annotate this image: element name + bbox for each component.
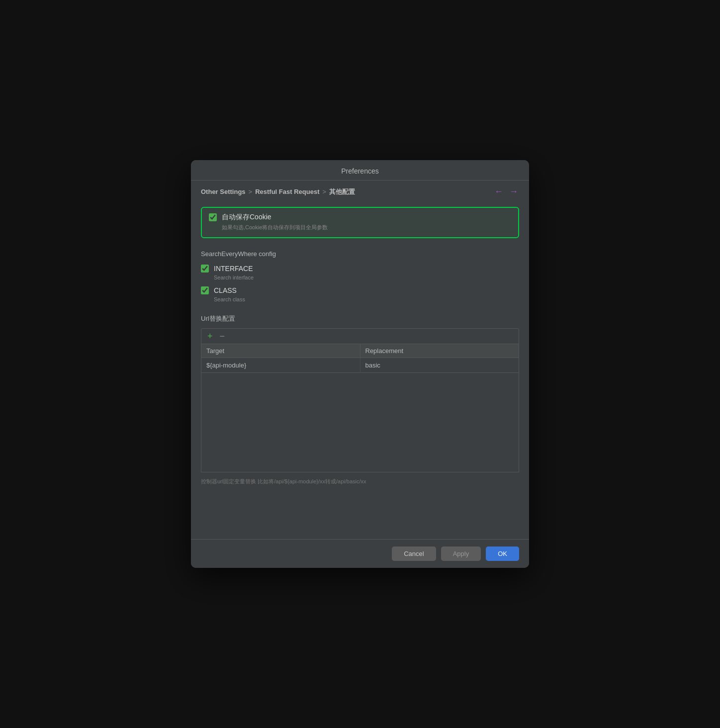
preferences-dialog: Preferences Other Settings > Restful Fas… <box>191 160 529 568</box>
cell-target: ${api-module} <box>201 358 360 373</box>
url-table: Target Replacement ${api-module} basic <box>201 344 519 373</box>
table-row[interactable]: ${api-module} basic <box>201 358 519 373</box>
breadcrumb-item-3: 其他配置 <box>329 187 355 196</box>
cookie-label[interactable]: 自动保存Cookie <box>222 213 271 222</box>
url-description: 控制器url固定变量替换 比如将/api/${api-module}/xx转成/… <box>201 477 519 486</box>
ok-button[interactable]: OK <box>486 546 519 561</box>
cell-replacement: basic <box>360 358 519 373</box>
class-label[interactable]: CLASS <box>214 286 237 294</box>
url-section: Url替换配置 + − Target Replacement ${api- <box>201 314 519 486</box>
cookie-section: 自动保存Cookie 如果勾选,Cookie将自动保存到项目全局参数 <box>201 207 519 238</box>
breadcrumb-item-2: Restful Fast Request <box>255 188 319 195</box>
cookie-checkbox[interactable] <box>209 213 217 221</box>
interface-description: Search interface <box>201 274 519 280</box>
class-description: Search class <box>201 296 519 302</box>
interface-checkbox-item: INTERFACE Search interface <box>201 265 519 280</box>
interface-checkbox-row: INTERFACE <box>201 265 519 273</box>
breadcrumb: Other Settings > Restful Fast Request > … <box>191 181 529 202</box>
remove-url-button[interactable]: − <box>218 332 227 341</box>
breadcrumb-item-1: Other Settings <box>201 188 246 195</box>
breadcrumb-sep-2: > <box>322 188 326 195</box>
search-everywhere-title: SearchEveryWhere config <box>201 250 519 258</box>
nav-back-button[interactable]: ← <box>493 186 504 197</box>
dialog-title: Preferences <box>201 167 519 175</box>
interface-checkbox[interactable] <box>201 265 209 273</box>
class-checkbox-item: CLASS Search class <box>201 286 519 302</box>
class-checkbox-row: CLASS <box>201 286 519 294</box>
breadcrumb-navigation: ← → <box>493 186 519 197</box>
cookie-description: 如果勾选,Cookie将自动保存到项目全局参数 <box>209 224 511 231</box>
url-section-title: Url替换配置 <box>201 314 519 323</box>
cookie-checkbox-row: 自动保存Cookie <box>209 213 511 222</box>
apply-button[interactable]: Apply <box>441 546 481 561</box>
col-target: Target <box>201 344 360 358</box>
col-replacement: Replacement <box>360 344 519 358</box>
class-checkbox[interactable] <box>201 286 209 294</box>
add-url-button[interactable]: + <box>205 332 215 341</box>
table-header-row: Target Replacement <box>201 344 519 358</box>
nav-forward-button[interactable]: → <box>508 186 519 197</box>
dialog-body: 自动保存Cookie 如果勾选,Cookie将自动保存到项目全局参数 Searc… <box>191 202 529 539</box>
overlay: Preferences Other Settings > Restful Fas… <box>0 0 720 728</box>
table-empty-area <box>201 373 519 472</box>
dialog-title-bar: Preferences <box>191 160 529 181</box>
cancel-button[interactable]: Cancel <box>392 546 436 561</box>
interface-label[interactable]: INTERFACE <box>214 265 253 273</box>
dialog-footer: Cancel Apply OK <box>191 539 529 568</box>
search-everywhere-section: SearchEveryWhere config INTERFACE Search… <box>201 250 519 302</box>
breadcrumb-sep-1: > <box>249 188 253 195</box>
url-toolbar: + − <box>201 328 519 344</box>
